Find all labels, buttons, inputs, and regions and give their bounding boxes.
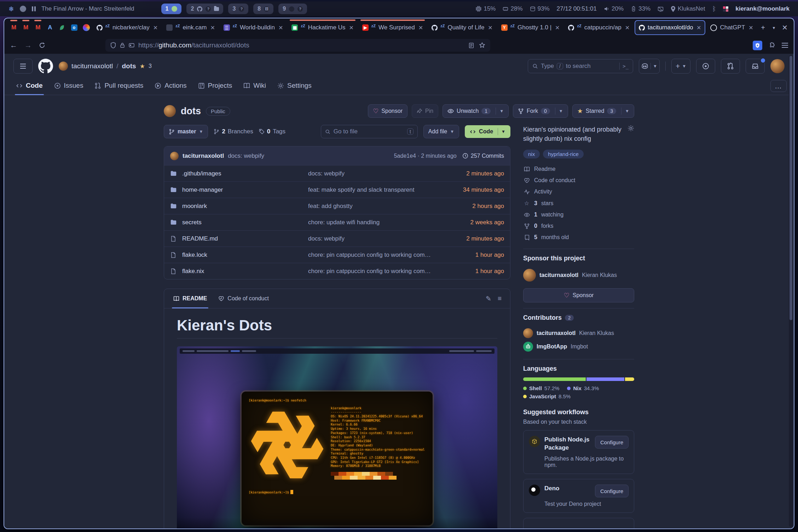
- user-avatar[interactable]: [770, 59, 785, 73]
- configure-button[interactable]: Configure: [595, 485, 629, 497]
- forward-button[interactable]: →: [24, 41, 32, 50]
- file-row[interactable]: moonlark feat: add ghostty 2 hours ago: [164, 198, 510, 214]
- workspace-1[interactable]: 1: [161, 4, 182, 14]
- breadcrumb-owner[interactable]: taciturnaxolotl: [71, 62, 113, 70]
- tab-quality-of-life[interactable]: zZ Quality of Life ✕: [428, 21, 496, 34]
- topic-nix[interactable]: nix: [523, 150, 540, 158]
- pinned-tab-a[interactable]: A: [45, 21, 55, 34]
- commit-author[interactable]: taciturnaxolotl: [183, 152, 224, 160]
- forks-stat[interactable]: 0 forks: [523, 220, 634, 232]
- create-new-button[interactable]: +▼: [671, 59, 690, 74]
- edit-pencil-icon[interactable]: ✎: [486, 295, 491, 303]
- reload-button[interactable]: [39, 42, 45, 48]
- tab-actions[interactable]: Actions: [150, 77, 191, 95]
- idle-inhibitor-icon[interactable]: [658, 6, 664, 12]
- tab-settings[interactable]: Settings: [273, 77, 316, 95]
- close-tab-icon[interactable]: ✕: [555, 24, 560, 31]
- close-window-icon[interactable]: ✕: [780, 22, 790, 33]
- workspace-2[interactable]: 2 ?: [186, 4, 223, 14]
- container-icon[interactable]: [129, 43, 134, 48]
- pin-button[interactable]: Pin: [412, 104, 438, 118]
- sponsor-button-large[interactable]: ♡ Sponsor: [523, 288, 634, 302]
- new-tab-button[interactable]: +: [758, 22, 768, 33]
- file-row[interactable]: secrets chore: update wifi handling 2 we…: [164, 214, 510, 230]
- commit-sha-time[interactable]: 5ade1e4 · 2 minutes ago: [394, 153, 457, 159]
- tab-hackernews[interactable]: Y zZ Ghostty 1.0 | ✕: [498, 21, 563, 34]
- go-to-file-input[interactable]: Go to file t: [321, 125, 418, 138]
- pull-requests-button[interactable]: [721, 59, 740, 74]
- tab-taciturnaxolotl-dots[interactable]: taciturnaxolotl/do ✕: [635, 20, 705, 35]
- theme-icon[interactable]: [723, 6, 728, 12]
- workspace-3[interactable]: 3 ?: [228, 4, 248, 14]
- file-row[interactable]: flake.lock chore: pin catppuccin config …: [164, 247, 510, 263]
- pinned-tab-firefox[interactable]: [81, 21, 92, 34]
- readme-link[interactable]: Readme: [523, 163, 634, 175]
- watching-stat[interactable]: 1 watching: [523, 209, 634, 220]
- commit-history-link[interactable]: 257 Commits: [462, 153, 504, 159]
- volume-stat[interactable]: 20%: [604, 5, 624, 12]
- global-nav-hamburger[interactable]: [13, 59, 33, 74]
- readme-screenshot[interactable]: [kierank@moonlark:~]$ neofetch: [177, 346, 497, 528]
- lang-nix[interactable]: Nix 34.3%: [567, 385, 599, 391]
- tab-readme[interactable]: README: [168, 289, 213, 308]
- chevron-down-icon[interactable]: ▼: [501, 129, 505, 134]
- topic-hyprland-rice[interactable]: hyprland-rice: [543, 150, 584, 158]
- close-tab-icon[interactable]: ✕: [625, 24, 630, 31]
- branch-selector[interactable]: master ▼: [164, 125, 208, 138]
- shield-icon[interactable]: [110, 42, 116, 48]
- sponsor-button[interactable]: ♡ Sponsor: [368, 104, 407, 118]
- file-row[interactable]: home-manager feat: make spotify and slac…: [164, 181, 510, 198]
- edit-about-gear-icon[interactable]: [628, 125, 634, 143]
- pinned-tab-gmail-3[interactable]: M: [33, 21, 43, 34]
- lang-javascript[interactable]: JavaScript 8.5%: [523, 393, 571, 399]
- stars-stat[interactable]: ☆ 3 stars: [523, 197, 634, 209]
- starred-button[interactable]: ★ Starred 3 ▼: [572, 104, 634, 118]
- spotify-icon[interactable]: [20, 6, 26, 12]
- pinned-tab-gmail-2[interactable]: M: [21, 21, 31, 34]
- nav-more-button[interactable]: …: [770, 80, 787, 92]
- media-pause-icon[interactable]: [32, 6, 36, 11]
- command-palette-icon[interactable]: >_: [623, 63, 629, 69]
- close-tab-icon[interactable]: ✕: [153, 24, 158, 31]
- tab-chatgpt[interactable]: ChatGPT ✕: [707, 21, 757, 34]
- pinned-tab-outlook[interactable]: o: [69, 21, 79, 34]
- scrollbar-thumb[interactable]: [790, 56, 792, 320]
- page-scrollbar[interactable]: [789, 55, 793, 527]
- copilot-button[interactable]: ▼: [639, 59, 660, 74]
- languages-bar[interactable]: [523, 377, 634, 381]
- global-search-input[interactable]: Type / to search >_: [528, 59, 633, 73]
- close-tab-icon[interactable]: ✕: [278, 24, 283, 31]
- activity-link[interactable]: Activity: [523, 186, 634, 197]
- tab-world-building[interactable]: ▒ zZ World-buildin ✕: [220, 21, 287, 34]
- tab-issues[interactable]: Issues: [50, 77, 88, 95]
- file-row[interactable]: README.md docs: webpify 2 minutes ago: [164, 230, 510, 247]
- extensions-puzzle-icon[interactable]: [769, 42, 775, 49]
- pinned-tab-leaf[interactable]: [57, 21, 67, 34]
- chevron-down-icon[interactable]: ▼: [499, 109, 504, 114]
- commit-author-avatar[interactable]: [170, 152, 179, 160]
- chevron-down-icon[interactable]: ▼: [653, 64, 657, 69]
- url-text[interactable]: https://github.com/taciturnaxolotl/dots: [138, 41, 249, 49]
- back-button[interactable]: ←: [10, 41, 17, 50]
- fork-button[interactable]: Fork 0 ▼: [513, 104, 568, 118]
- inbox-button[interactable]: [746, 59, 765, 74]
- repo-avatar[interactable]: [164, 105, 176, 117]
- chevron-down-icon[interactable]: ▼: [559, 109, 563, 114]
- close-tab-icon[interactable]: ✕: [488, 24, 492, 31]
- url-bar[interactable]: https://github.com/taciturnaxolotl/dots: [105, 39, 490, 52]
- tab-eink-cam[interactable]: zZ eink.cam ✕: [163, 21, 219, 34]
- tab-pull-requests[interactable]: Pull requests: [90, 77, 148, 95]
- tab-wiki[interactable]: Wiki: [239, 77, 271, 95]
- github-logo[interactable]: [38, 59, 53, 74]
- close-tab-icon[interactable]: ✕: [349, 24, 353, 31]
- code-download-button[interactable]: Code ▼: [465, 125, 510, 138]
- chevron-down-icon[interactable]: ▼: [625, 109, 629, 114]
- lang-shell[interactable]: Shell 57.2%: [523, 385, 559, 391]
- bitwarden-icon[interactable]: [753, 41, 762, 50]
- contributor-row[interactable]: taciturnaxolotl Kieran Klukas: [523, 326, 634, 340]
- commit-message[interactable]: docs: webpify: [228, 152, 264, 160]
- tab-code-of-conduct[interactable]: Code of conduct: [213, 289, 274, 308]
- tab-nicbarker-clay[interactable]: zZ nicbarker/clay ✕: [93, 21, 162, 34]
- outline-icon[interactable]: ≡: [498, 295, 502, 303]
- tab-projects[interactable]: Projects: [193, 77, 237, 95]
